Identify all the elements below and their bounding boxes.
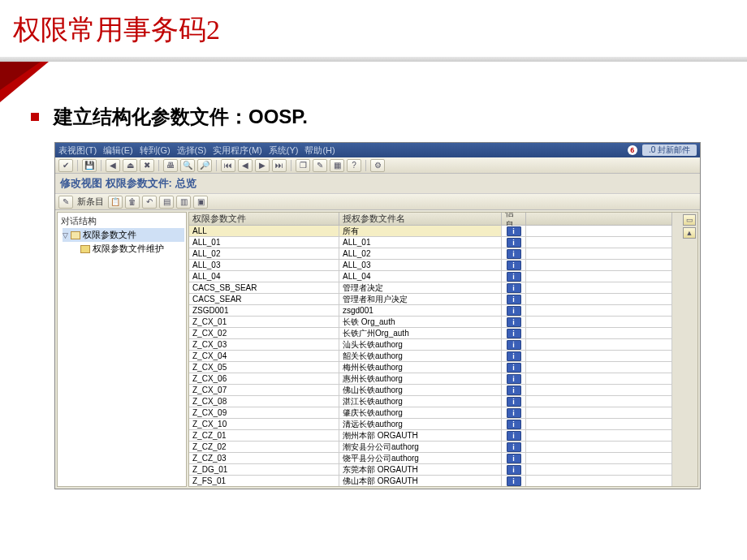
cell-name[interactable]: 惠州长铁authorg — [339, 373, 502, 385]
cell-name[interactable]: 佛山长铁authorg — [339, 385, 502, 396]
tb-last-icon[interactable]: ⏭ — [272, 159, 287, 172]
cell-info[interactable]: i — [502, 294, 526, 305]
cell-info[interactable]: i — [502, 430, 526, 442]
cell-name[interactable]: 饶平县分公司authorg — [339, 453, 502, 464]
cell-name[interactable]: 管理者和用户决定 — [339, 294, 502, 305]
info-icon[interactable]: i — [507, 329, 521, 338]
cell-name[interactable]: 东莞本部 ORGAUTH — [339, 464, 502, 476]
scroll-up-button[interactable]: ▲ — [683, 227, 696, 239]
cell-name[interactable]: 管理者决定 — [339, 282, 502, 294]
info-icon[interactable]: i — [507, 340, 521, 350]
menu-utilities[interactable]: 实用程序(M) — [213, 144, 262, 157]
cell-info[interactable]: i — [502, 476, 526, 487]
info-icon[interactable]: i — [507, 420, 521, 429]
cell-info[interactable]: i — [502, 351, 526, 362]
tb-custom-icon[interactable]: ⚙ — [370, 159, 385, 172]
cell-info[interactable]: i — [502, 419, 526, 430]
info-icon[interactable]: i — [507, 442, 521, 452]
notify-icon[interactable]: 6 — [628, 145, 637, 155]
tb-back-icon[interactable]: ◀ — [106, 159, 120, 172]
info-icon[interactable]: i — [507, 454, 521, 463]
cell-name[interactable]: zsgd001 — [339, 305, 502, 317]
tb-find-icon[interactable]: 🔍 — [180, 159, 195, 172]
info-icon[interactable]: i — [507, 249, 521, 259]
cell-info[interactable]: i — [502, 282, 526, 294]
cell-name[interactable]: 清远长铁authorg — [339, 419, 502, 430]
cell-name[interactable]: ALL_01 — [339, 237, 502, 248]
cell-profile[interactable]: Z_DG_01 — [189, 464, 339, 476]
tb-layout-icon[interactable]: ▦ — [330, 159, 344, 172]
cell-profile[interactable]: Z_FS_01 — [189, 476, 339, 487]
info-icon[interactable]: i — [507, 261, 521, 270]
cell-info[interactable]: i — [502, 260, 526, 271]
tb-save-icon[interactable]: 💾 — [82, 159, 97, 172]
cell-profile[interactable]: ALL — [189, 226, 339, 237]
tree-expander-icon[interactable]: ▽ — [63, 231, 68, 239]
cell-profile[interactable]: Z_CX_10 — [189, 419, 339, 430]
info-icon[interactable]: i — [507, 272, 521, 282]
cell-profile[interactable]: ALL_04 — [189, 271, 339, 282]
info-icon[interactable]: i — [507, 397, 521, 407]
tb-copy-icon[interactable]: 📋 — [108, 196, 123, 209]
cell-name[interactable]: 汕头长铁authorg — [339, 339, 502, 351]
tb-changemode-icon[interactable]: ✎ — [58, 196, 73, 209]
tb-exit-icon[interactable]: ⏏ — [123, 159, 137, 172]
tb-print-icon[interactable]: 🖶 — [163, 159, 178, 172]
tree-node-root[interactable]: ▽ 权限参数文件 — [63, 228, 184, 242]
cell-info[interactable]: i — [502, 237, 526, 248]
cell-info[interactable]: i — [502, 464, 526, 476]
info-icon[interactable]: i — [507, 374, 521, 384]
cell-profile[interactable]: Z_CX_08 — [189, 396, 339, 407]
tb-deselect-icon[interactable]: ▥ — [176, 196, 191, 209]
info-icon[interactable]: i — [507, 408, 521, 418]
tb-selectall-icon[interactable]: ▤ — [159, 196, 174, 209]
cell-info[interactable]: i — [502, 317, 526, 328]
cell-name[interactable]: 潮安县分公司authorg — [339, 442, 502, 453]
cell-info[interactable]: i — [502, 385, 526, 396]
cell-info[interactable]: i — [502, 396, 526, 407]
cell-info[interactable]: i — [502, 407, 526, 419]
cell-info[interactable]: i — [502, 453, 526, 464]
info-icon[interactable]: i — [507, 363, 521, 373]
cell-profile[interactable]: Z_CX_03 — [189, 339, 339, 351]
cell-name[interactable]: 韶关长铁authorg — [339, 351, 502, 362]
tb-next-icon[interactable]: ▶ — [255, 159, 270, 172]
cell-profile[interactable]: ALL_02 — [189, 248, 339, 260]
cell-profile[interactable]: Z_CX_01 — [189, 317, 339, 328]
cell-name[interactable]: 长铁 Org_auth — [339, 317, 502, 328]
cell-name[interactable]: 肇庆长铁authorg — [339, 407, 502, 419]
cell-profile[interactable]: Z_CZ_02 — [189, 442, 339, 453]
tb-findnext-icon[interactable]: 🔎 — [197, 159, 212, 172]
cell-name[interactable]: ALL_02 — [339, 248, 502, 260]
cell-name[interactable]: 梅州长铁authorg — [339, 362, 502, 373]
tb-first-icon[interactable]: ⏮ — [221, 159, 235, 172]
cell-profile[interactable]: ALL_01 — [189, 237, 339, 248]
tb-prev-icon[interactable]: ◀ — [238, 159, 253, 172]
info-icon[interactable]: i — [507, 476, 521, 486]
cell-profile[interactable]: CACS_SEAR — [189, 294, 339, 305]
tb-collapse-icon[interactable]: ▣ — [193, 196, 208, 209]
info-icon[interactable]: i — [507, 351, 521, 361]
cell-name[interactable]: ALL_03 — [339, 260, 502, 271]
cell-profile[interactable]: Z_CX_04 — [189, 351, 339, 362]
cell-name[interactable]: 所有 — [339, 226, 502, 237]
cell-info[interactable]: i — [502, 248, 526, 260]
col-header-name[interactable]: 授权参数文件名 — [339, 213, 502, 226]
cell-info[interactable]: i — [502, 305, 526, 317]
cell-profile[interactable]: Z_CX_02 — [189, 328, 339, 339]
tb-shortcut-icon[interactable]: ✎ — [313, 159, 327, 172]
col-header-info[interactable]: 信息 — [502, 213, 526, 226]
cell-profile[interactable]: CACS_SB_SEAR — [189, 282, 339, 294]
info-icon[interactable]: i — [507, 431, 521, 441]
tb-undo-icon[interactable]: ↶ — [142, 196, 157, 209]
cell-info[interactable]: i — [502, 339, 526, 351]
scroll-top-button[interactable]: ▭ — [683, 214, 696, 226]
tb-help-icon[interactable]: ? — [347, 159, 361, 172]
cell-info[interactable]: i — [502, 442, 526, 453]
cell-name[interactable]: 长铁广州Org_auth — [339, 328, 502, 339]
menu-goto[interactable]: 转到(G) — [140, 144, 171, 157]
cell-name[interactable]: 潮州本部 ORGAUTH — [339, 430, 502, 442]
cell-profile[interactable]: Z_CZ_01 — [189, 430, 339, 442]
cell-profile[interactable]: ALL_03 — [189, 260, 339, 271]
col-header-profile[interactable]: 权限参数文件 — [189, 213, 339, 226]
